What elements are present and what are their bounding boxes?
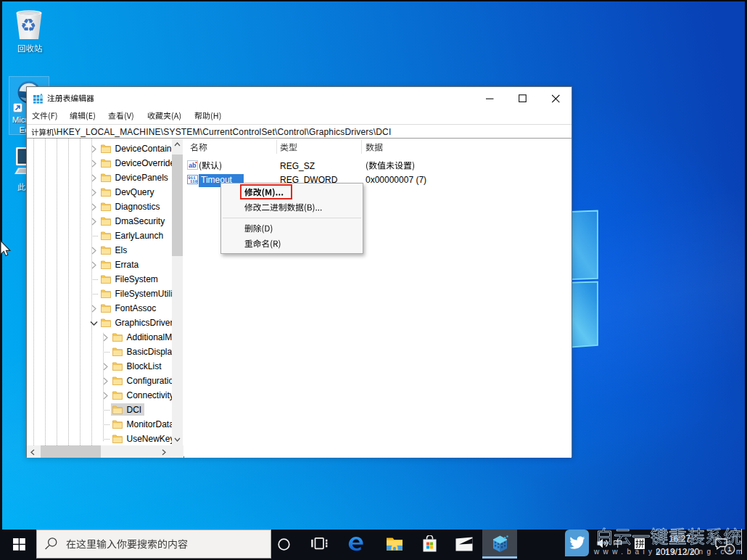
svg-text:110: 110 (190, 179, 198, 184)
svg-text:1: 1 (727, 545, 731, 553)
svg-text:ab: ab (189, 162, 197, 169)
